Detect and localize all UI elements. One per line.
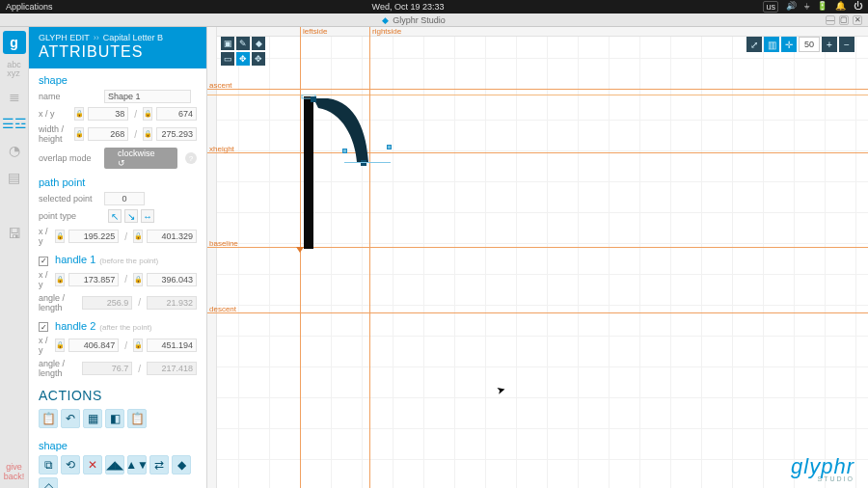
h2-angle-input xyxy=(82,362,132,375)
section-handle1-heading: handle 1(before the point) xyxy=(29,248,206,268)
applications-menu[interactable]: Applications xyxy=(6,2,53,12)
tool-arrow-button[interactable]: ▣ xyxy=(221,37,234,50)
nav-guides-icon[interactable]: ▤ xyxy=(3,166,26,189)
panel-header: GLYPH EDIT››Capital Letter B ATTRIBUTES xyxy=(29,27,206,68)
point-type-flat-button[interactable]: ↘ xyxy=(124,209,138,223)
glyph-shape[interactable] xyxy=(299,95,415,258)
h2-x-input[interactable] xyxy=(68,339,119,352)
nav-save-icon[interactable]: 🖫 xyxy=(3,222,26,245)
lock-h-icon[interactable]: 🔒 xyxy=(143,127,152,141)
h1-xy-label: x / y xyxy=(39,270,51,289)
shape-name-input[interactable] xyxy=(104,90,191,103)
selected-point-input[interactable] xyxy=(104,192,145,205)
keyboard-layout-indicator[interactable]: us xyxy=(763,1,778,13)
action-add-shape-button[interactable]: ▦ xyxy=(83,409,102,428)
lock-h1x-icon[interactable]: 🔒 xyxy=(55,273,65,286)
lock-w-icon[interactable]: 🔒 xyxy=(74,127,84,141)
point-y-input[interactable] xyxy=(147,230,197,243)
lock-x-icon[interactable]: 🔒 xyxy=(74,107,84,121)
zoom-out-button[interactable]: − xyxy=(839,37,854,52)
shape-layer-down-button[interactable]: ◇ xyxy=(39,477,58,488)
give-back-link[interactable]: give back! xyxy=(4,463,25,482)
nav-characters-icon[interactable]: abcxyz xyxy=(3,58,26,81)
actions-heading: ACTIONS xyxy=(29,380,206,407)
action-copy-button[interactable]: 📋 xyxy=(39,409,58,428)
lock-h2y-icon[interactable]: 🔒 xyxy=(133,339,143,352)
nav-attributes-icon[interactable]: ☰☲ xyxy=(3,112,26,135)
path-handle[interactable] xyxy=(342,149,347,153)
point-type-corner-button[interactable]: ↖ xyxy=(108,209,122,223)
path-node[interactable] xyxy=(361,160,366,166)
shape-name-label: name xyxy=(39,92,100,101)
action-undo-button[interactable]: ↶ xyxy=(61,409,80,428)
point-x-input[interactable] xyxy=(68,230,119,243)
shape-delete-button[interactable]: ✕ xyxy=(83,455,102,474)
tool-edit-button[interactable]: ▭ xyxy=(221,52,234,66)
action-paste-button[interactable]: 📋 xyxy=(127,409,147,428)
shape-rotate-button[interactable]: ⟲ xyxy=(61,455,80,474)
glyphr-logo: glyphr STUDIO xyxy=(791,454,854,482)
overlap-label: overlap mode xyxy=(39,153,100,163)
nav-history-icon[interactable]: ◔ xyxy=(3,139,26,162)
attributes-panel: GLYPH EDIT››Capital Letter B ATTRIBUTES … xyxy=(29,27,207,488)
lock-y-icon[interactable]: 🔒 xyxy=(143,107,152,121)
power-icon[interactable]: ⏻ xyxy=(854,1,862,13)
zoom-in-button[interactable]: + xyxy=(822,37,837,52)
shape-h-input[interactable] xyxy=(156,127,197,141)
window-titlebar: ◆Glyphr Studio — ▢ ✕ xyxy=(0,14,868,27)
handle2-checkbox[interactable] xyxy=(39,322,48,332)
shape-copy-button[interactable]: ⧉ xyxy=(39,455,58,474)
path-handle[interactable] xyxy=(387,145,392,149)
window-minimize-button[interactable]: — xyxy=(826,15,835,25)
left-nav-rail: g abcxyz ≣ ☰☲ ◔ ▤ 🖫 give back! xyxy=(0,27,29,488)
h2-y-input[interactable] xyxy=(147,339,197,352)
ruler-left xyxy=(207,27,217,488)
shape-x-input[interactable] xyxy=(88,107,128,121)
guide-descent xyxy=(207,312,868,313)
panel-title: ATTRIBUTES xyxy=(39,43,197,61)
view-1to1-button[interactable]: ▥ xyxy=(764,37,779,52)
nav-glyph-edit-icon[interactable]: g xyxy=(3,31,26,54)
point-type-label: point type xyxy=(39,211,100,221)
path-node[interactable] xyxy=(311,96,316,102)
h1-angle-input xyxy=(82,296,132,310)
h1-x-input[interactable] xyxy=(68,273,119,286)
window-maximize-button[interactable]: ▢ xyxy=(839,15,849,25)
tool-path-edit-button[interactable]: ✥ xyxy=(236,52,250,66)
zoom-value[interactable]: 50 xyxy=(799,37,820,52)
info-icon[interactable]: ? xyxy=(185,152,197,164)
lock-px-icon[interactable]: 🔒 xyxy=(55,230,65,243)
shape-layer-up-button[interactable]: ◆ xyxy=(172,455,191,474)
section-pathpoint-heading: path point xyxy=(29,171,206,190)
nav-layers-icon[interactable]: ≣ xyxy=(3,85,26,108)
view-toolbar: ⤢ ▥ ✛ 50 + − xyxy=(746,37,854,52)
guide-ascent xyxy=(207,89,868,90)
view-center-button[interactable]: ✛ xyxy=(781,37,797,52)
lock-h2x-icon[interactable]: 🔒 xyxy=(55,339,65,352)
point-type-symmetric-button[interactable]: ↔ xyxy=(141,209,154,223)
tool-pen-button[interactable]: ✎ xyxy=(236,37,250,50)
h1-y-input[interactable] xyxy=(147,273,197,286)
view-fit-button[interactable]: ⤢ xyxy=(746,37,762,52)
tool-shape-button[interactable]: ◆ xyxy=(252,37,265,50)
shape-flipv-button[interactable]: ▲▼ xyxy=(127,455,147,474)
tool-pan-button[interactable]: ✥ xyxy=(252,52,265,66)
handle1-checkbox[interactable] xyxy=(39,257,48,266)
lock-py-icon[interactable]: 🔒 xyxy=(133,230,143,243)
glyph-edit-canvas[interactable]: ▣ ✎ ◆ ▭ ✥ ✥ ⤢ ▥ ✛ 50 + − ➤ glyphr STUDIO xyxy=(207,27,868,488)
lock-h1y-icon[interactable]: 🔒 xyxy=(133,273,143,286)
shape-w-input[interactable] xyxy=(88,127,128,141)
shape-y-input[interactable] xyxy=(156,107,197,121)
window-close-button[interactable]: ✕ xyxy=(853,15,862,25)
battery-icon[interactable]: 🔋 xyxy=(817,1,827,13)
shape-reverse-button[interactable]: ⇄ xyxy=(149,455,169,474)
network-icon[interactable]: ⏚ xyxy=(804,1,809,13)
handle-line xyxy=(344,162,391,163)
overlap-mode-button[interactable]: clockwise ↺ xyxy=(104,148,177,169)
action-add-component-button[interactable]: ◧ xyxy=(105,409,124,428)
system-bar: Applications Wed, Oct 19 23:33 us 🔊 ⏚ 🔋 … xyxy=(0,0,868,14)
shape-wh-label: width / height xyxy=(39,124,70,144)
notifications-icon[interactable]: 🔔 xyxy=(835,1,846,13)
volume-icon[interactable]: 🔊 xyxy=(786,1,797,13)
shape-fliph-button[interactable]: ◢◣ xyxy=(105,455,124,474)
